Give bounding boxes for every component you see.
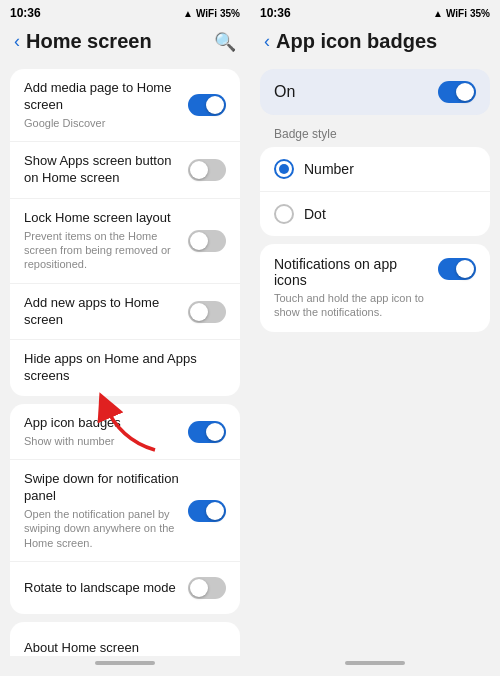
list-item[interactable]: Add media page to Home screen Google Dis… — [10, 69, 240, 142]
back-button-right[interactable]: ‹ — [264, 31, 270, 52]
on-label: On — [274, 83, 295, 101]
toggle-show-apps[interactable] — [188, 159, 226, 181]
radio-dot[interactable]: Dot — [260, 192, 490, 236]
page-title-right: App icon badges — [276, 30, 437, 53]
wifi-icon: WiFi — [196, 8, 217, 19]
radio-number[interactable]: Number — [260, 147, 490, 192]
bottom-nav-left — [0, 656, 250, 676]
toggle-app-icon-badges[interactable] — [188, 421, 226, 443]
bottom-nav-right — [250, 656, 500, 676]
item-sublabel: Prevent items on the Home screen from be… — [24, 229, 180, 272]
list-item[interactable]: Lock Home screen layout Prevent items on… — [10, 199, 240, 284]
notifications-sub: Touch and hold the app icon to show the … — [274, 291, 430, 320]
time-left: 10:36 — [10, 6, 41, 20]
radio-label-number: Number — [304, 161, 354, 177]
radio-circle-dot[interactable] — [274, 204, 294, 224]
toggle-notifications-icons[interactable] — [438, 258, 476, 280]
toggle-on-main[interactable] — [438, 81, 476, 103]
nav-pill-left — [95, 661, 155, 665]
item-label: Lock Home screen layout — [24, 210, 180, 227]
item-sublabel: Google Discover — [24, 116, 180, 130]
list-item[interactable]: Hide apps on Home and Apps screens — [10, 340, 240, 396]
page-title-left: Home screen — [26, 30, 152, 53]
back-button-left[interactable]: ‹ — [14, 31, 20, 52]
battery-icon-right: 35% — [470, 8, 490, 19]
toggle-add-new-apps[interactable] — [188, 301, 226, 323]
about-home-screen[interactable]: About Home screen — [10, 622, 240, 656]
card-1: Add media page to Home screen Google Dis… — [10, 69, 240, 396]
wifi-icon-right: WiFi — [446, 8, 467, 19]
item-label: Add media page to Home screen — [24, 80, 180, 114]
list-item[interactable]: Swipe down for notification panel Open t… — [10, 460, 240, 562]
nav-pill-right — [345, 661, 405, 665]
item-label: Add new apps to Home screen — [24, 295, 180, 329]
list-item[interactable]: Show Apps screen button on Home screen — [10, 142, 240, 199]
signal-icon: ▲ — [183, 8, 193, 19]
about-label: About Home screen — [24, 640, 139, 656]
card-about: About Home screen — [10, 622, 240, 656]
time-right: 10:36 — [260, 6, 291, 20]
left-panel: 10:36 ▲ WiFi 35% ‹ Home screen 🔍 Add med… — [0, 0, 250, 676]
badge-style-label: Badge style — [250, 123, 500, 147]
item-label: Show Apps screen button on Home screen — [24, 153, 180, 187]
signal-icon-right: ▲ — [433, 8, 443, 19]
toggle-add-media[interactable] — [188, 94, 226, 116]
toggle-lock-layout[interactable] — [188, 230, 226, 252]
status-bar-right: 10:36 ▲ WiFi 35% — [250, 0, 500, 24]
red-arrow — [90, 390, 170, 460]
badge-style-card: Number Dot — [260, 147, 490, 236]
status-bar-left: 10:36 ▲ WiFi 35% — [0, 0, 250, 24]
notifications-title: Notifications on app icons — [274, 256, 430, 288]
battery-icon: 35% — [220, 8, 240, 19]
list-item[interactable]: Rotate to landscape mode — [10, 562, 240, 614]
status-icons-right: ▲ WiFi 35% — [433, 8, 490, 19]
status-icons-left: ▲ WiFi 35% — [183, 8, 240, 19]
list-item[interactable]: Add new apps to Home screen — [10, 284, 240, 341]
search-button-left[interactable]: 🔍 — [214, 31, 236, 53]
item-label: Swipe down for notification panel — [24, 471, 180, 505]
settings-list-left: Add media page to Home screen Google Dis… — [0, 63, 250, 656]
toggle-swipe-notification[interactable] — [188, 500, 226, 522]
item-label: Hide apps on Home and Apps screens — [24, 351, 218, 385]
right-panel: 10:36 ▲ WiFi 35% ‹ App icon badges On Ba… — [250, 0, 500, 676]
on-toggle-row[interactable]: On — [260, 69, 490, 115]
radio-circle-number[interactable] — [274, 159, 294, 179]
header-left: ‹ Home screen 🔍 — [0, 24, 250, 63]
header-right: ‹ App icon badges — [250, 24, 500, 63]
item-sublabel: Open the notification panel by swiping d… — [24, 507, 180, 550]
radio-label-dot: Dot — [304, 206, 326, 222]
item-label: Rotate to landscape mode — [24, 580, 180, 597]
toggle-rotate-landscape[interactable] — [188, 577, 226, 599]
notifications-row[interactable]: Notifications on app icons Touch and hol… — [260, 244, 490, 332]
